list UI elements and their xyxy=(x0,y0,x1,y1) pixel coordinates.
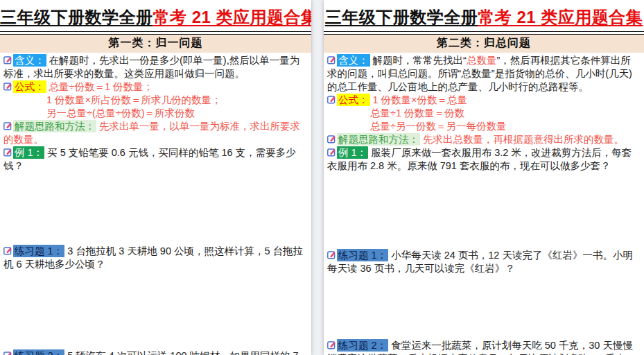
example-text: 服装厂原来做一套衣服用布 3.2 米，改进裁剪方法后，每套衣服用布 2.8 米。… xyxy=(327,147,632,171)
memo-icon xyxy=(327,340,336,349)
memo-icon xyxy=(3,147,12,156)
example-paragraph: 例 1： 买 5 支铅笔要 0.6 元钱，买同样的铅笔 16 支，需要多少钱？ xyxy=(3,146,307,173)
answer-space xyxy=(3,173,307,245)
title-red-part: 常考 21 类应用题合集 xyxy=(153,8,312,26)
meaning-label: 含义： xyxy=(13,54,46,67)
method-paragraph: 解题思路和方法： 先求出单一量，以单一量为标准，求出所要求的数量。 xyxy=(3,120,307,146)
document-title: 三年级下册数学全册常考 21 类应用题合集 xyxy=(0,6,311,31)
example-label: 例 1： xyxy=(13,146,44,159)
formula-label: 公式： xyxy=(337,94,370,106)
answer-space xyxy=(327,275,640,339)
meaning-text: 在解题时，先求出一份是多少(即单一量),然后以单一量为标准，求出所要求的数量。这… xyxy=(3,55,299,79)
memo-icon xyxy=(327,250,336,259)
meaning-paragraph: 含义： 解题时，常常先找出“总数量”，然后再根据其它条件算出所求的问题，叫归总问… xyxy=(327,54,640,94)
method-text: 先求出总数量，再根据题意得出所求的数量。 xyxy=(423,134,624,145)
method-label: 解题思路和方法： xyxy=(337,133,420,146)
formula-line: 另一总量÷(总量÷份数)＝所求份数 xyxy=(46,107,307,120)
formula-line: 总量÷1 份数量＝份数 xyxy=(370,107,640,120)
answer-space xyxy=(3,271,307,349)
formula-block: 公式： 1 份数量×份数＝总量 总量÷1 份数量＝份数 总量÷另一份数＝另一每份… xyxy=(327,94,640,133)
memo-icon xyxy=(327,134,336,143)
document-title: 三年级下册数学全册常考 21 类应用题合集 xyxy=(324,6,644,31)
page-right: 三年级下册数学全册常考 21 类应用题合集 第二类：归总问题 含义： 解题时，常… xyxy=(324,0,644,355)
section-header: 第二类：归总问题 xyxy=(324,35,644,53)
memo-icon xyxy=(3,245,12,254)
meaning-text-highlight: 总数量 xyxy=(467,55,497,66)
memo-icon xyxy=(3,55,12,64)
memo-icon xyxy=(327,147,336,156)
answer-space xyxy=(327,173,640,249)
example-paragraph: 例 1： 服装厂原来做一套衣服用布 3.2 米，改进裁剪方法后，每套衣服用布 2… xyxy=(327,146,640,173)
title-black-part: 三年级下册数学全册 xyxy=(0,8,153,26)
formula-line: 1 份数量×所占份数＝所求几份的数量； xyxy=(46,94,307,107)
memo-icon xyxy=(327,94,336,103)
formula-block: 公式： 总量÷份数＝1 份数量； 1 份数量×所占份数＝所求几份的数量； 另一总… xyxy=(3,80,307,120)
meaning-text-pre: 解题时，常常先找出“ xyxy=(373,55,467,66)
exercise1-paragraph: 练习题 1： 3 台拖拉机 3 天耕地 90 公顷，照这样计算，5 台拖拉机 6… xyxy=(3,245,307,271)
exercise2-label: 练习题 2： xyxy=(13,349,64,355)
exercise1-paragraph: 练习题 1： 小华每天读 24 页书，12 天读完了《红岩》一书。小明每天读 3… xyxy=(327,249,640,275)
method-paragraph: 解题思路和方法： 先求出总数量，再根据题意得出所求的数量。 xyxy=(327,133,640,146)
title-red-part: 常考 21 类应用题合集 xyxy=(478,8,643,26)
exercise2-label: 练习题 2： xyxy=(337,339,388,352)
formula-line: 1 份数量×份数＝总量 xyxy=(373,94,468,105)
section-header: 第一类：归一问题 xyxy=(0,35,311,53)
page-left-content: 含义： 在解题时，先求出一份是多少(即单一量),然后以单一量为标准，求出所要求的… xyxy=(0,53,311,355)
meaning-label: 含义： xyxy=(337,54,370,67)
memo-icon xyxy=(3,121,12,130)
page-left: 三年级下册数学全册常考 21 类应用题合集 第一类：归一问题 含义： 在解题时，… xyxy=(0,0,311,355)
exercise2-paragraph: 练习题 2： 5 辆汽车 4 次可以运送 100 吨钢材，如果用同样的 7 辆汽… xyxy=(3,349,307,355)
example-label: 例 1： xyxy=(337,146,368,159)
page-right-content: 含义： 解题时，常常先找出“总数量”，然后再根据其它条件算出所求的问题，叫归总问… xyxy=(324,53,644,355)
memo-icon xyxy=(3,350,12,355)
memo-icon xyxy=(3,81,12,90)
formula-line: 总量÷另一份数＝另一每份数量 xyxy=(370,120,640,133)
meaning-paragraph: 含义： 在解题时，先求出一份是多少(即单一量),然后以单一量为标准，求出所要求的… xyxy=(3,54,307,80)
exercise1-label: 练习题 1： xyxy=(337,249,388,261)
method-label: 解题思路和方法： xyxy=(13,120,96,132)
title-black-part: 三年级下册数学全册 xyxy=(325,8,478,26)
formula-line: 总量÷份数＝1 份数量； xyxy=(49,81,154,92)
example-text: 买 5 支铅笔要 0.6 元钱，买同样的铅笔 16 支，需要多少钱？ xyxy=(3,147,296,171)
exercise1-label: 练习题 1： xyxy=(13,245,64,257)
exercise2-paragraph: 练习题 2： 食堂运来一批蔬菜，原计划每天吃 50 千克，30 天慢慢消费完这批… xyxy=(327,339,640,355)
memo-icon xyxy=(327,55,336,64)
formula-label: 公式： xyxy=(13,80,46,93)
